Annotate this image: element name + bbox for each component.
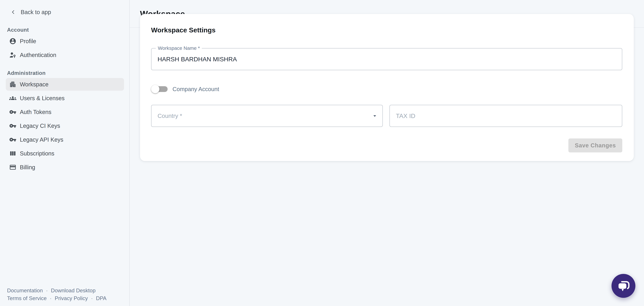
sidebar-item-workspace[interactable]: Workspace xyxy=(6,78,124,91)
sidebar-item-users-licenses[interactable]: Users & Licenses xyxy=(6,92,124,104)
sidebar-item-label: Authentication xyxy=(20,52,56,58)
country-select-placeholder: Country * xyxy=(158,112,182,119)
key-icon xyxy=(9,108,16,116)
company-account-row: Company Account xyxy=(151,83,219,95)
chat-bubbles-icon xyxy=(617,279,630,293)
footer-link-privacy-policy[interactable]: Privacy Policy xyxy=(55,295,88,301)
footer-link-download-desktop[interactable]: Download Desktop xyxy=(51,287,96,294)
credit-card-icon xyxy=(9,164,16,171)
workspace-name-label: Workspace Name * xyxy=(156,45,202,51)
country-select[interactable]: Country * xyxy=(151,105,383,127)
company-account-toggle[interactable] xyxy=(151,83,168,95)
section-title-account: Account xyxy=(7,27,130,33)
sidebar: Back to app Account Profile Authenticati… xyxy=(0,0,130,306)
workspace-settings-page: Back to app Account Profile Authenticati… xyxy=(0,0,644,306)
sidebar-item-label: Profile xyxy=(20,38,36,45)
footer-separator: · xyxy=(91,295,93,301)
sidebar-item-label: Users & Licenses xyxy=(20,95,64,101)
workspace-name-field: Workspace Name * xyxy=(151,48,622,70)
sidebar-item-label: Workspace xyxy=(20,81,48,88)
sidebar-item-profile[interactable]: Profile xyxy=(6,35,124,48)
sidebar-item-label: Billing xyxy=(20,164,35,171)
tax-id-input[interactable] xyxy=(390,105,622,126)
chevron-left-icon xyxy=(10,9,16,15)
tax-id-field xyxy=(390,105,622,127)
person-key-icon xyxy=(9,51,16,59)
footer-link-terms-of-service[interactable]: Terms of Service xyxy=(7,295,47,301)
sidebar-item-legacy-ci-keys[interactable]: Legacy CI Keys xyxy=(6,119,124,132)
sidebar-nav: Account Profile Authentication Administr… xyxy=(0,0,130,174)
company-account-label: Company Account xyxy=(172,86,219,92)
save-changes-button[interactable]: Save Changes xyxy=(568,138,622,152)
sidebar-item-auth-tokens[interactable]: Auth Tokens xyxy=(6,106,124,118)
groups-icon xyxy=(9,95,16,102)
sidebar-item-label: Auth Tokens xyxy=(20,109,51,115)
sidebar-footer: Documentation · Download Desktop Terms o… xyxy=(7,287,106,302)
workspace-settings-card: Workspace Settings Workspace Name * Comp… xyxy=(140,14,634,161)
sidebar-item-label: Subscriptions xyxy=(20,150,54,157)
sidebar-item-billing[interactable]: Billing xyxy=(6,161,124,174)
back-to-app-label: Back to app xyxy=(21,9,51,16)
account-circle-icon xyxy=(9,38,16,45)
sidebar-item-authentication[interactable]: Authentication xyxy=(6,49,124,61)
card-title: Workspace Settings xyxy=(151,26,216,34)
footer-link-documentation[interactable]: Documentation xyxy=(7,287,43,294)
dropdown-arrow-icon xyxy=(372,112,378,119)
key-icon xyxy=(9,136,16,143)
back-to-app-button[interactable]: Back to app xyxy=(10,8,51,16)
sidebar-item-label: Legacy API Keys xyxy=(20,136,63,143)
footer-separator: · xyxy=(46,287,48,294)
main-content: Workspace Workspace Settings Workspace N… xyxy=(130,0,644,306)
chat-launcher-button[interactable] xyxy=(612,274,636,298)
sidebar-item-legacy-api-keys[interactable]: Legacy API Keys xyxy=(6,133,124,146)
key-icon xyxy=(9,122,16,129)
columns-icon xyxy=(9,150,16,157)
sidebar-item-label: Legacy CI Keys xyxy=(20,123,60,129)
building-icon xyxy=(9,81,16,88)
toggle-thumb xyxy=(151,85,160,93)
section-title-administration: Administration xyxy=(7,70,130,76)
sidebar-item-subscriptions[interactable]: Subscriptions xyxy=(6,147,124,160)
footer-link-dpa[interactable]: DPA xyxy=(96,295,106,301)
workspace-name-input[interactable] xyxy=(152,49,622,70)
footer-separator: · xyxy=(50,295,52,301)
